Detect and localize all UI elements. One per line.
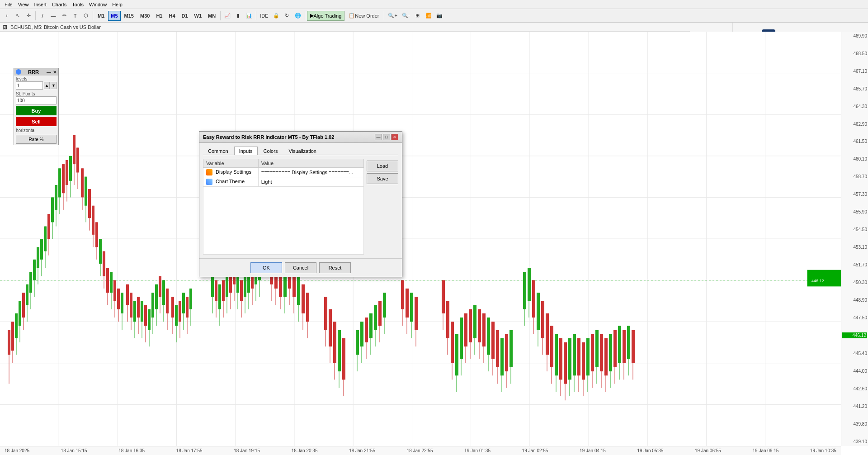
rrr-slpoints-input[interactable] (16, 96, 57, 104)
new-order-btn[interactable]: 📋 New Order (345, 11, 382, 21)
svg-rect-264 (586, 338, 590, 375)
load-button[interactable]: Load (367, 161, 398, 171)
price-460: 460.10 (842, 156, 867, 161)
toolbar-ide[interactable]: IDE (258, 11, 270, 21)
tab-visualization[interactable]: Visualization (283, 147, 321, 155)
price-438: 439.10 (842, 439, 867, 444)
svg-rect-216 (469, 309, 472, 342)
tf-h1[interactable]: H1 (153, 11, 165, 21)
toolbar-vol[interactable]: 📶 (424, 11, 434, 21)
tab-common[interactable]: Common (203, 147, 233, 155)
algo-trading-btn[interactable]: ▶ Algo Trading (307, 11, 345, 21)
tf-m30[interactable]: M30 (137, 11, 152, 21)
toolbar-globe[interactable]: 🌐 (293, 11, 303, 21)
svg-rect-268 (595, 330, 599, 367)
rrr-levels-down[interactable]: ▼ (51, 82, 57, 89)
rrr-minimize[interactable]: — (46, 70, 52, 75)
menu-charts[interactable]: Charts (49, 1, 69, 8)
time-label-8: 19 Jan 01:35 (464, 448, 491, 453)
svg-rect-64 (76, 147, 79, 172)
svg-rect-36 (26, 284, 28, 305)
rrr-buy-button[interactable]: Buy (16, 106, 57, 115)
rrr-rate-button[interactable]: Rate % (16, 135, 57, 144)
chart-area: 🖼 BCHUSD, M5: Bitcoin Cash vs US Dollar … (0, 23, 868, 455)
menu-bar: File View Insert Charts Tools Window Hel… (0, 0, 868, 9)
price-450: 450.30 (842, 280, 867, 285)
time-label-3: 18 Jan 17:55 (176, 448, 203, 453)
time-label-4: 18 Jan 19:15 (234, 448, 260, 453)
svg-rect-228 (496, 330, 499, 367)
menu-view[interactable]: View (15, 1, 32, 8)
toolbar-sep-3 (220, 11, 221, 20)
price-448: 448.90 (842, 298, 867, 303)
table-row[interactable]: Display Settings ========== Display Sett… (203, 168, 364, 177)
toolbar-zoom-in[interactable]: 🔍+ (386, 11, 399, 21)
toolbar-text[interactable]: T (70, 11, 80, 21)
tf-h4[interactable]: H4 (166, 11, 178, 21)
toolbar-candles[interactable]: ▮ (233, 11, 243, 21)
rrr-close[interactable]: ✕ (53, 70, 57, 75)
dialog-maximize-btn[interactable]: □ (383, 134, 390, 140)
toolbar-arrow[interactable]: ↖ (13, 11, 23, 21)
menu-help[interactable]: Help (109, 1, 125, 8)
toolbar-hline[interactable]: — (48, 11, 58, 21)
ok-button[interactable]: OK (250, 262, 282, 273)
svg-rect-220 (478, 309, 481, 342)
dialog-minimize-btn[interactable]: — (375, 134, 382, 140)
tf-m5[interactable]: M5 (108, 11, 120, 21)
svg-rect-42 (37, 247, 39, 268)
svg-rect-280 (623, 330, 626, 363)
tf-mn[interactable]: MN (205, 11, 218, 21)
toolbar-crosshair[interactable]: ✛ (24, 11, 33, 21)
price-463: 462.90 (842, 122, 867, 127)
svg-rect-248 (550, 326, 553, 367)
rrr-sell-button[interactable]: Sell (16, 117, 57, 126)
toolbar-refresh[interactable]: ↻ (282, 11, 292, 21)
toolbar-shapes[interactable]: ⬡ (81, 11, 91, 21)
menu-window[interactable]: Window (86, 1, 109, 8)
tab-inputs[interactable]: Inputs (234, 147, 258, 155)
menu-insert[interactable]: Insert (31, 1, 49, 8)
toolbar-sep-6 (384, 11, 384, 20)
toolbar-line[interactable]: / (38, 11, 47, 21)
svg-rect-254 (564, 342, 567, 384)
svg-rect-266 (591, 334, 594, 371)
svg-rect-60 (69, 156, 72, 181)
dialog-title: Easy Reward to Risk RRR Indicator MT5 - … (203, 134, 334, 140)
svg-rect-114 (171, 297, 174, 318)
dialog-titlebar: Easy Reward to Risk RRR Indicator MT5 - … (199, 132, 402, 143)
rrr-levels-up[interactable]: ▲ (44, 82, 50, 89)
cancel-button[interactable]: Cancel (285, 262, 316, 273)
menu-tools[interactable]: Tools (69, 1, 86, 8)
toolbar-new-chart[interactable]: + (2, 11, 12, 21)
tf-w1[interactable]: W1 (192, 11, 205, 21)
toolbar-pen[interactable]: ✏ (59, 11, 69, 21)
save-button[interactable]: Save (367, 173, 398, 184)
tab-colors[interactable]: Colors (259, 147, 283, 155)
price-468: 468.50 (842, 51, 867, 56)
toolbar-line-chart[interactable]: 📊 (244, 11, 254, 21)
toolbar-zoom-out[interactable]: 🔍- (400, 11, 412, 21)
tf-m1[interactable]: M1 (95, 11, 107, 21)
svg-rect-126 (211, 276, 214, 297)
svg-rect-52 (55, 185, 57, 210)
svg-rect-260 (577, 338, 580, 375)
toolbar-grid[interactable]: ⊞ (413, 11, 423, 21)
rrr-levels-input[interactable] (16, 81, 43, 90)
tf-d1[interactable]: D1 (179, 11, 191, 21)
svg-rect-23 (807, 270, 841, 287)
time-label-5: 18 Jan 20:35 (292, 448, 318, 453)
table-row[interactable]: Chart Theme Light (203, 177, 364, 187)
reset-button[interactable]: Reset (319, 262, 351, 273)
menu-file[interactable]: File (2, 1, 15, 8)
tf-m15[interactable]: M15 (122, 11, 137, 21)
svg-rect-224 (487, 318, 490, 355)
dialog-close-btn[interactable]: ✕ (391, 134, 398, 140)
toolbar-indicator[interactable]: 📷 (434, 11, 444, 21)
side-buttons: Load Save (367, 161, 398, 255)
svg-rect-40 (33, 260, 36, 280)
toolbar-lock[interactable]: 🔒 (271, 11, 281, 21)
svg-rect-132 (222, 280, 225, 301)
svg-rect-58 (66, 160, 68, 185)
toolbar-chart-type[interactable]: 📈 (222, 11, 232, 21)
